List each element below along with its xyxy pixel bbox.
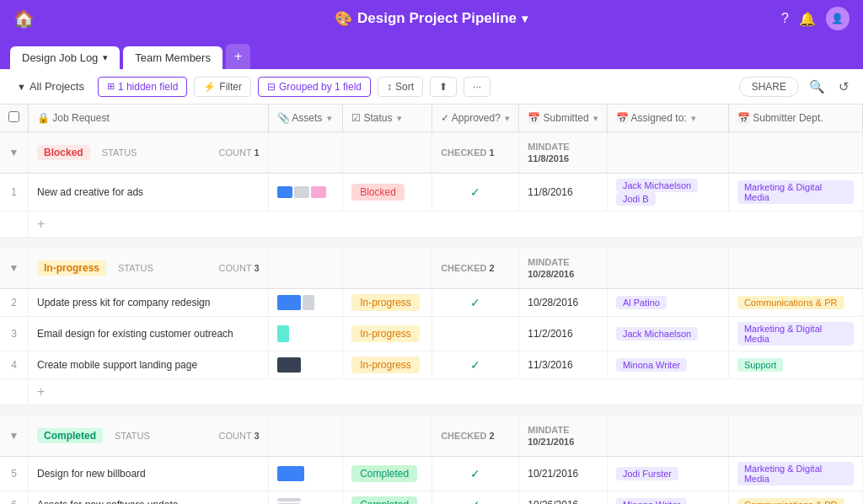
row-assets[interactable] (268, 317, 343, 351)
group-button[interactable]: ⊟ Grouped by 1 field (258, 77, 371, 97)
row-assets[interactable] (268, 491, 343, 505)
row-approved[interactable]: ✓ (432, 457, 519, 491)
group-header-blocked[interactable]: ▼ Blocked STATUS COUNT 1 CHECKED 1 MINDA… (0, 132, 863, 174)
table-row: 4 Create mobile support landing page In-… (0, 351, 863, 379)
dept-tag: Support (737, 358, 784, 372)
more-button[interactable]: ··· (464, 77, 490, 97)
row-submitted[interactable]: 10/21/2016 (519, 457, 608, 491)
row-assigned[interactable]: Jack Michaelson (607, 317, 728, 351)
submitted-dropdown-icon[interactable]: ▾ (593, 113, 598, 123)
row-status[interactable]: Blocked (343, 174, 432, 212)
row-approved[interactable] (432, 317, 519, 351)
group-expand-cell[interactable]: ▼ (0, 416, 29, 457)
row-job[interactable]: Assets for new software update (29, 491, 269, 505)
row-submitted[interactable]: 11/2/2016 (519, 317, 608, 351)
col-checkbox-header[interactable] (0, 105, 29, 132)
group-add-row-blocked[interactable]: + (0, 212, 863, 238)
row-assigned[interactable]: Al Patino (607, 289, 728, 317)
assigned-dropdown-icon[interactable]: ▾ (691, 113, 696, 123)
share-button[interactable]: SHARE (739, 77, 799, 97)
notifications-icon[interactable]: 🔔 (799, 11, 816, 27)
sort-button[interactable]: ↕ Sort (378, 77, 423, 97)
row-status[interactable]: In-progress (343, 289, 432, 317)
row-submitted[interactable]: 11/3/2016 (519, 351, 608, 379)
row-dept[interactable]: Communications & PR (728, 289, 862, 317)
row-job[interactable]: Create mobile support landing page (29, 351, 269, 379)
row-approved[interactable]: ✓ (432, 174, 519, 212)
tab-add-button[interactable]: + (226, 44, 250, 69)
row-job[interactable]: Design for new billboard (29, 457, 269, 491)
add-row-cell[interactable]: + (29, 379, 863, 405)
row-assigned[interactable]: Minona Writer (607, 351, 728, 379)
row-status[interactable]: Completed (343, 491, 432, 505)
row-status[interactable]: Completed (343, 457, 432, 491)
add-row-num (0, 212, 29, 238)
row-submitted[interactable]: 10/26/2016 (519, 491, 608, 505)
assignee-tag: Jack Michaelson (616, 179, 698, 192)
project-dropdown-icon[interactable]: ▾ (522, 12, 528, 25)
col-status-header[interactable]: ☑ Status ▾ (343, 105, 432, 132)
group-checked-meta: CHECKED 1 (441, 147, 495, 158)
row-assigned[interactable]: Minona Writer (607, 491, 728, 505)
row-assets[interactable] (268, 457, 343, 491)
group-dept-cell (728, 248, 862, 289)
approved-dropdown-icon[interactable]: ▾ (505, 113, 510, 123)
row-dept[interactable]: Support (728, 351, 862, 379)
row-assets[interactable] (268, 289, 343, 317)
row-assigned[interactable]: Jodi Furster (607, 457, 728, 491)
dept-tag: Communications & PR (737, 498, 844, 504)
row-job[interactable]: Update press kit for company redesign (29, 289, 269, 317)
row-approved[interactable]: ✓ (432, 491, 519, 505)
filter-button[interactable]: ⚡ Filter (194, 77, 251, 97)
tab-bar: Design Job Log ▾ Team Members + (0, 37, 863, 69)
group-status-tag: Completed (37, 428, 103, 443)
group-count-label: COUNT 1 (219, 147, 260, 158)
col-dept-header[interactable]: 📅 Submitter Dept. (728, 105, 862, 132)
add-row-cell[interactable]: + (29, 212, 863, 238)
group-count-label: COUNT 3 (219, 263, 260, 273)
help-icon[interactable]: ? (781, 11, 789, 26)
view-selector[interactable]: ▼ All Projects (10, 77, 91, 96)
tab-team-members[interactable]: Team Members (123, 46, 222, 69)
group-add-row-inprogress[interactable]: + (0, 379, 863, 405)
refresh-icon[interactable]: ↺ (835, 76, 853, 98)
check-icon: ✓ (470, 296, 480, 309)
group-header-completed[interactable]: ▼ Completed STATUS COUNT 3 CHECKED 2 MIN… (0, 416, 863, 457)
row-assets[interactable] (268, 174, 343, 212)
group-expand-cell[interactable]: ▼ (0, 248, 29, 289)
col-approved-header[interactable]: ✓ Approved? ▾ (432, 105, 519, 132)
row-dept[interactable]: Marketing & Digital Media (728, 174, 862, 212)
col-assigned-header[interactable]: 📅 Assigned to: ▾ (607, 105, 728, 132)
row-approved[interactable]: ✓ (432, 351, 519, 379)
row-job[interactable]: New ad creative for ads (29, 174, 269, 212)
row-status[interactable]: In-progress (343, 317, 432, 351)
row-assigned[interactable]: Jack MichaelsonJodi B (607, 174, 728, 212)
col-submitted-header[interactable]: 📅 Submitted ▾ (519, 105, 608, 132)
group-dept-cell (728, 416, 862, 457)
col-assets-header[interactable]: 📎 Assets ▾ (268, 105, 343, 132)
row-dept[interactable]: Marketing & Digital Media (728, 317, 862, 351)
row-submitted[interactable]: 10/28/2016 (519, 289, 608, 317)
row-approved[interactable]: ✓ (432, 289, 519, 317)
select-all-checkbox[interactable] (8, 111, 19, 122)
search-icon[interactable]: 🔍 (806, 76, 828, 98)
row-dept[interactable]: Communications & PR (728, 491, 862, 505)
tab-dropdown-arrow[interactable]: ▾ (103, 52, 108, 63)
row-submitted[interactable]: 11/8/2016 (519, 174, 608, 212)
row-job[interactable]: Email design for existing customer outre… (29, 317, 269, 351)
assignee-tag: Al Patino (616, 296, 667, 309)
hidden-fields-button[interactable]: ⊞ 1 hidden field (98, 77, 187, 97)
group-header-inprogress[interactable]: ▼ In-progress STATUS COUNT 3 CHECKED 2 M… (0, 248, 863, 289)
user-avatar[interactable]: 👤 (826, 7, 850, 30)
assets-dropdown-icon[interactable]: ▾ (327, 113, 332, 123)
row-status[interactable]: In-progress (343, 351, 432, 379)
row-num: 2 (0, 289, 29, 317)
export-button[interactable]: ⬆ (430, 77, 457, 97)
col-job-header[interactable]: 🔒 Job Request (29, 105, 269, 132)
group-checked-meta: CHECKED 2 (441, 263, 495, 273)
tab-design-job-log[interactable]: Design Job Log ▾ (10, 46, 120, 69)
status-dropdown-icon[interactable]: ▾ (397, 113, 402, 123)
group-expand-cell[interactable]: ▼ (0, 132, 29, 174)
row-dept[interactable]: Marketing & Digital Media (728, 457, 862, 491)
row-assets[interactable] (268, 351, 343, 379)
